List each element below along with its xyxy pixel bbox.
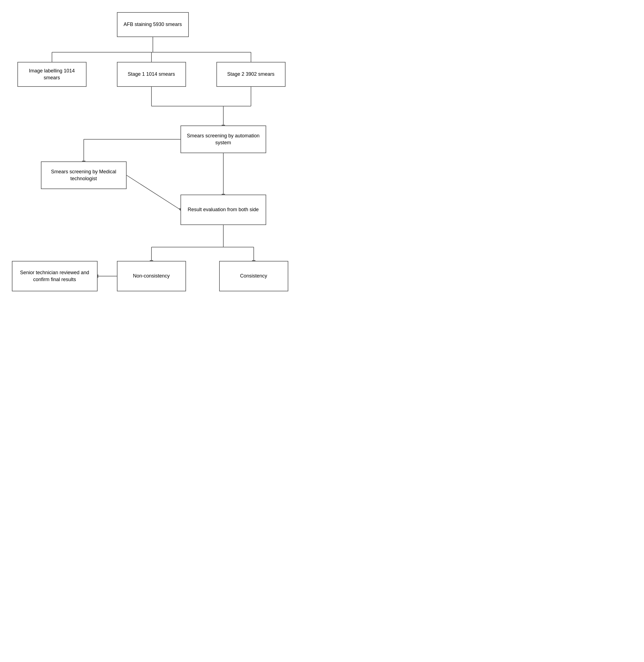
svg-line-15 xyxy=(127,175,181,210)
medical-tech-box: Smears screening by Medical technologist xyxy=(41,161,127,189)
afb-label: AFB staining 5930 smears xyxy=(123,21,182,28)
stage1-label: Stage 1 1014 smears xyxy=(128,71,175,78)
result-eval-box: Result evaluation from both side xyxy=(181,195,266,225)
flowchart: AFB staining 5930 smears Image labelling… xyxy=(9,7,313,324)
result-eval-label: Result evaluation from both side xyxy=(188,206,259,213)
image-labelling-label: Image labelling 1014 smears xyxy=(21,67,83,81)
automation-label: Smears screening by automation system xyxy=(184,132,262,146)
stage2-label: Stage 2 3902 smears xyxy=(227,71,274,78)
senior-tech-box: Senior technician reviewed and confirm f… xyxy=(12,261,97,291)
automation-box: Smears screening by automation system xyxy=(181,125,266,153)
consistency-box: Consistency xyxy=(219,261,288,291)
image-labelling-box: Image labelling 1014 smears xyxy=(17,62,87,87)
stage1-box: Stage 1 1014 smears xyxy=(117,62,186,87)
non-consistency-box: Non-consistency xyxy=(117,261,186,291)
senior-tech-label: Senior technician reviewed and confirm f… xyxy=(16,269,94,283)
consistency-label: Consistency xyxy=(240,273,267,279)
non-consistency-label: Non-consistency xyxy=(133,273,170,279)
medical-tech-label: Smears screening by Medical technologist xyxy=(45,168,123,182)
stage2-box: Stage 2 3902 smears xyxy=(216,62,285,87)
afb-box: AFB staining 5930 smears xyxy=(117,12,189,37)
